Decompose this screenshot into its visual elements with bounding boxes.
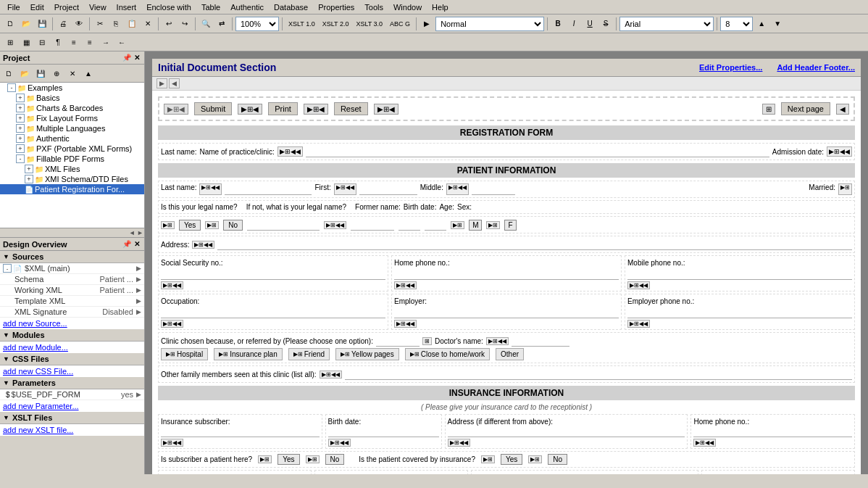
tree-fillable[interactable]: - 📁 Fillable PDF Forms [0, 154, 144, 164]
proj-delete-btn[interactable]: ✕ [65, 66, 80, 80]
proj-save-btn[interactable]: 💾 [33, 66, 48, 80]
address-input[interactable] [217, 239, 852, 250]
practice-input[interactable] [306, 146, 769, 157]
addr-diff-input[interactable] [448, 427, 685, 437]
hospital-option[interactable]: ▶⊞ Hospital [161, 348, 208, 360]
menu-project[interactable]: Project [50, 2, 83, 12]
fixlayout-expand[interactable]: + [16, 114, 25, 123]
modules-section-header[interactable]: ▼ Modules [0, 329, 144, 342]
xslt1-btn[interactable]: XSLT 1.0 [285, 17, 318, 31]
xml-signature-row[interactable]: XML Signature Disabled ▶ [0, 307, 144, 318]
params-section-header[interactable]: ▼ Parameters [0, 377, 144, 389]
home2-input[interactable] [693, 427, 852, 437]
tree-patient-reg[interactable]: 📄 Patient Registration For... [0, 184, 144, 194]
working-xml-row[interactable]: Working XML Patient ... ▶ [0, 285, 144, 296]
font-select[interactable]: Arial [619, 17, 714, 31]
replace-btn[interactable]: ⇄ [214, 17, 229, 31]
birth-input[interactable] [351, 219, 394, 231]
xslt2-btn[interactable]: XSLT 2.0 [320, 17, 352, 31]
doc-icon1[interactable]: ▶ [157, 78, 167, 88]
schema-row[interactable]: Schema Patient ... ▶ [0, 274, 144, 285]
tree-xmischema[interactable]: + 📁 XMI Schema/DTD Files [0, 174, 144, 184]
design-pin-btn[interactable]: 📌 [121, 239, 133, 249]
find-btn[interactable]: 🔍 [199, 17, 213, 31]
menu-insert[interactable]: Insert [112, 2, 141, 12]
tree-xmlfiles[interactable]: + 📁 XML Files [0, 164, 144, 174]
tree-authentic[interactable]: + 📁 Authentic [0, 133, 144, 144]
save-btn[interactable]: 💾 [35, 17, 49, 31]
abcg-btn[interactable]: ABC G [387, 17, 413, 31]
pxf-expand[interactable]: + [16, 144, 25, 153]
paste-btn[interactable]: 📋 [125, 17, 139, 31]
menu-properties[interactable]: Properties [314, 2, 359, 12]
is-sub-yes[interactable]: Yes [277, 454, 299, 465]
style-select[interactable]: Normal [435, 17, 544, 31]
param-arrow[interactable]: ▶ [136, 391, 141, 398]
yes-btn[interactable]: Yes [179, 220, 201, 231]
age-input[interactable] [398, 219, 420, 231]
delete-btn[interactable]: ✕ [141, 17, 155, 31]
emp-phone-input[interactable] [627, 307, 852, 318]
yellow-option[interactable]: ▶⊞ Yellow pages [335, 348, 399, 360]
menu-table[interactable]: Table [197, 2, 225, 12]
basics-expand[interactable]: + [16, 94, 25, 102]
proj-open-btn[interactable]: 📂 [17, 66, 32, 80]
tree-basics[interactable]: + 📁 Basics [0, 93, 144, 103]
xmlfiles-expand[interactable]: + [25, 165, 33, 173]
no-btn[interactable]: No [223, 220, 243, 231]
print-btn[interactable]: 🖨 [56, 17, 70, 31]
m-btn[interactable]: M [469, 220, 482, 231]
former-name-input[interactable] [247, 219, 320, 231]
edit-properties-link[interactable]: Edit Properties... [699, 63, 762, 72]
employer-input[interactable] [394, 307, 619, 318]
clinic-input[interactable] [376, 335, 420, 347]
xslt3-btn[interactable]: XSLT 3.0 [353, 17, 385, 31]
fontsize-select[interactable]: 8 [720, 17, 753, 31]
project-pin-btn[interactable]: 📌 [121, 53, 133, 62]
xmischema-expand[interactable]: + [25, 175, 33, 183]
covered-no[interactable]: No [548, 454, 567, 465]
grid-btn[interactable]: ⊞ [3, 35, 17, 49]
examples-expand[interactable]: - [7, 83, 16, 92]
doc-icon2[interactable]: ◀ [169, 78, 180, 88]
first-input[interactable] [359, 183, 417, 195]
add-css-link[interactable]: add new CSS File... [0, 365, 144, 377]
menu-window[interactable]: Window [389, 2, 426, 12]
indent-btn[interactable]: → [99, 35, 113, 49]
increase-size-btn[interactable]: ▲ [754, 17, 769, 31]
occupation-input[interactable] [161, 307, 385, 318]
decrease-size-btn[interactable]: ▼ [770, 17, 785, 31]
menu-authentic[interactable]: Authentic [226, 2, 268, 12]
ins-sub-input[interactable] [161, 427, 320, 437]
layout-btn[interactable]: ▦ [19, 35, 33, 49]
home-phone-input[interactable] [394, 268, 619, 280]
multilang-expand[interactable]: + [16, 124, 25, 133]
template-xml-arrow[interactable]: ▶ [136, 297, 141, 305]
doctor-input[interactable] [512, 335, 569, 347]
add-source-link[interactable]: add new Source... [0, 318, 144, 329]
strike-btn[interactable]: S [598, 17, 613, 31]
new-btn[interactable]: 🗋 [3, 17, 17, 31]
submit-button[interactable]: Submit [194, 102, 232, 115]
italic-btn[interactable]: I [567, 17, 581, 31]
tree-examples[interactable]: - 📁 Examples [0, 83, 144, 93]
covered-yes[interactable]: Yes [501, 454, 522, 465]
tree-fixlayout[interactable]: + 📁 Fix Layout Forms [0, 113, 144, 123]
fillable-expand[interactable]: - [16, 154, 25, 163]
param-use-pdf-row[interactable]: $ $USE_PDF_FORM yes ▶ [0, 389, 144, 400]
other-option[interactable]: Other [496, 348, 524, 360]
menu-edit[interactable]: Edit [26, 2, 49, 12]
add-module-link[interactable]: add new Module... [0, 342, 144, 353]
menu-enclose[interactable]: Enclose with [142, 2, 196, 12]
ssn-input[interactable] [161, 268, 385, 280]
authentic-expand[interactable]: + [16, 134, 25, 143]
table2-btn[interactable]: ⊟ [35, 35, 49, 49]
schema-arrow[interactable]: ▶ [136, 276, 141, 283]
add-param-link[interactable]: add new Parameter... [0, 400, 144, 412]
menu-help[interactable]: Help [427, 2, 453, 12]
proj-up-btn[interactable]: ▲ [81, 66, 96, 80]
menu-view[interactable]: View [85, 2, 111, 12]
sex-input[interactable] [425, 219, 446, 231]
undo-btn[interactable]: ↩ [162, 17, 176, 31]
menu-file[interactable]: File [3, 2, 25, 12]
